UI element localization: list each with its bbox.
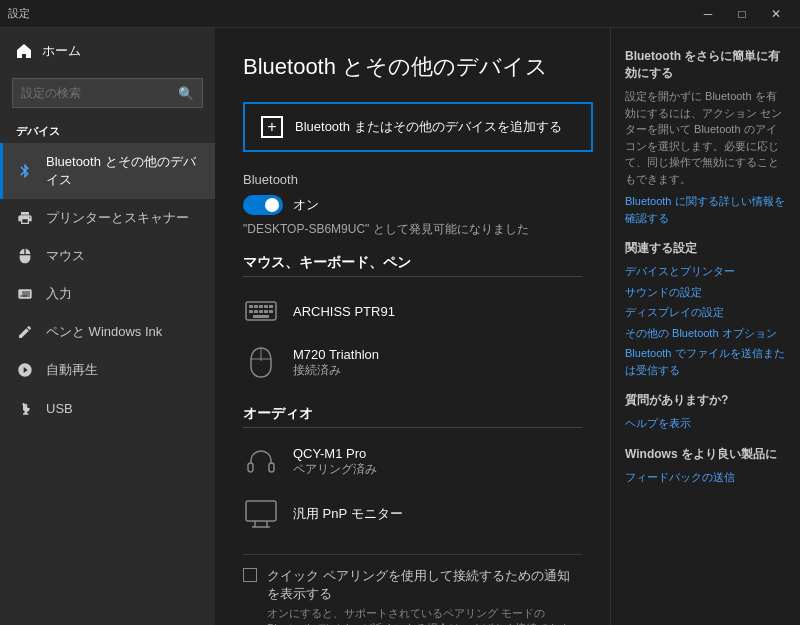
usb-icon bbox=[16, 399, 34, 417]
mouse-icon bbox=[16, 247, 34, 265]
sidebar-home-item[interactable]: ホーム bbox=[0, 28, 215, 74]
mouse-item-label: マウス bbox=[46, 247, 85, 265]
rp-link-feedback[interactable]: フィードバックの送信 bbox=[625, 469, 786, 486]
svg-rect-3 bbox=[259, 305, 263, 308]
rp-link-display[interactable]: ディスプレイの設定 bbox=[625, 304, 786, 321]
bluetooth-item-label: Bluetooth とその他のデバイス bbox=[46, 153, 199, 189]
svg-rect-11 bbox=[253, 315, 269, 318]
rp-link-bluetooth-info[interactable]: Bluetooth に関する詳しい情報を確認する bbox=[625, 193, 786, 226]
m720-info: M720 Triathlon 接続済み bbox=[293, 347, 379, 379]
pen-item-label: ペンと Windows Ink bbox=[46, 323, 162, 341]
title-bar-text: 設定 bbox=[8, 6, 30, 21]
main-content: Bluetooth とその他のデバイス + Bluetooth またはその他のデ… bbox=[215, 28, 610, 625]
rp-text-bluetooth-enable: 設定を開かずに Bluetooth を有効にするには、アクション センターを開い… bbox=[625, 88, 786, 187]
search-icon: 🔍 bbox=[178, 86, 194, 101]
svg-rect-1 bbox=[249, 305, 253, 308]
monitor-device-icon bbox=[243, 496, 279, 532]
m720-name: M720 Triathlon bbox=[293, 347, 379, 362]
minimize-button[interactable]: ─ bbox=[692, 4, 724, 24]
pen-icon bbox=[16, 323, 34, 341]
bluetooth-toggle-label: オン bbox=[293, 196, 319, 214]
svg-rect-7 bbox=[254, 310, 258, 313]
device-item-m720: M720 Triathlon 接続済み bbox=[243, 337, 582, 389]
quick-pair-checkbox[interactable] bbox=[243, 568, 257, 582]
sidebar-item-usb[interactable]: USB bbox=[0, 389, 215, 427]
sidebar-item-bluetooth[interactable]: Bluetooth とその他のデバイス bbox=[0, 143, 215, 199]
qcy-name: QCY-M1 Pro bbox=[293, 446, 377, 461]
autoplay-item-label: 自動再生 bbox=[46, 361, 98, 379]
archiss-name: ARCHISS PTR91 bbox=[293, 304, 395, 319]
rp-link-help[interactable]: ヘルプを表示 bbox=[625, 415, 786, 432]
checkbox-section-1: クイック ペアリングを使用して接続するための通知を表示する オンにすると、サポー… bbox=[243, 554, 582, 625]
headphone-device-icon bbox=[243, 444, 279, 480]
rp-link-bluetooth-transfer[interactable]: Bluetooth でファイルを送信または受信する bbox=[625, 345, 786, 378]
device-item-archiss: ARCHISS PTR91 bbox=[243, 285, 582, 337]
svg-rect-9 bbox=[264, 310, 268, 313]
archiss-info: ARCHISS PTR91 bbox=[293, 304, 395, 319]
quick-pair-label: クイック ペアリングを使用して接続するための通知を表示する bbox=[267, 567, 582, 603]
keyboard-device-icon bbox=[243, 293, 279, 329]
rp-link-bluetooth-options[interactable]: その他の Bluetooth オプション bbox=[625, 325, 786, 342]
qcy-status: ペアリング済み bbox=[293, 461, 377, 478]
page-title: Bluetooth とその他のデバイス bbox=[243, 52, 582, 82]
printer-icon bbox=[16, 209, 34, 227]
quick-pair-desc: オンにすると、サポートされているペアリング モードの Bluetooth デバイ… bbox=[267, 606, 582, 625]
svg-rect-2 bbox=[254, 305, 258, 308]
rp-title-related: 関連する設定 bbox=[625, 240, 786, 257]
home-icon bbox=[16, 43, 32, 59]
usb-item-label: USB bbox=[46, 401, 73, 416]
sidebar-item-input[interactable]: 入力 bbox=[0, 275, 215, 313]
m720-status: 接続済み bbox=[293, 362, 379, 379]
mouse-keyboard-section-title: マウス、キーボード、ペン bbox=[243, 254, 582, 277]
device-item-monitor: 汎用 PnP モニター bbox=[243, 488, 582, 540]
mouse-device-icon bbox=[243, 345, 279, 381]
sidebar: ホーム 🔍 デバイス Bluetooth とその他のデバイス プリンターとスキャ… bbox=[0, 28, 215, 625]
bluetooth-toggle-row: オン bbox=[243, 195, 582, 215]
svg-rect-6 bbox=[249, 310, 253, 313]
devices-section-label: デバイス bbox=[0, 116, 215, 143]
bluetooth-discovered-text: "DESKTOP-SB6M9UC" として発見可能になりました bbox=[243, 221, 582, 238]
sidebar-item-mouse[interactable]: マウス bbox=[0, 237, 215, 275]
keyboard-icon bbox=[16, 285, 34, 303]
sidebar-item-pen[interactable]: ペンと Windows Ink bbox=[0, 313, 215, 351]
svg-rect-5 bbox=[269, 305, 273, 308]
rp-link-sound[interactable]: サウンドの設定 bbox=[625, 284, 786, 301]
device-item-qcy: QCY-M1 Pro ペアリング済み bbox=[243, 436, 582, 488]
app-container: ホーム 🔍 デバイス Bluetooth とその他のデバイス プリンターとスキャ… bbox=[0, 28, 800, 625]
svg-rect-8 bbox=[259, 310, 263, 313]
monitor-name: 汎用 PnP モニター bbox=[293, 505, 403, 523]
qcy-info: QCY-M1 Pro ペアリング済み bbox=[293, 446, 377, 478]
title-bar-controls: ─ □ ✕ bbox=[692, 4, 792, 24]
bluetooth-section-title: Bluetooth bbox=[243, 172, 582, 187]
rp-link-devices-printers[interactable]: デバイスとプリンター bbox=[625, 263, 786, 280]
svg-rect-15 bbox=[269, 463, 274, 472]
autoplay-icon bbox=[16, 361, 34, 379]
title-bar: 設定 ─ □ ✕ bbox=[0, 0, 800, 28]
maximize-button[interactable]: □ bbox=[726, 4, 758, 24]
bluetooth-toggle[interactable] bbox=[243, 195, 283, 215]
quick-pair-checkbox-row[interactable]: クイック ペアリングを使用して接続するための通知を表示する オンにすると、サポー… bbox=[243, 567, 582, 625]
sidebar-item-printers[interactable]: プリンターとスキャナー bbox=[0, 199, 215, 237]
add-device-label: Bluetooth またはその他のデバイスを追加する bbox=[295, 118, 562, 136]
svg-rect-4 bbox=[264, 305, 268, 308]
svg-rect-14 bbox=[248, 463, 253, 472]
quick-pair-content: クイック ペアリングを使用して接続するための通知を表示する オンにすると、サポー… bbox=[267, 567, 582, 625]
printers-item-label: プリンターとスキャナー bbox=[46, 209, 189, 227]
rp-title-feedback: Windows をより良い製品に bbox=[625, 446, 786, 463]
bluetooth-icon bbox=[16, 162, 34, 180]
sidebar-item-autoplay[interactable]: 自動再生 bbox=[0, 351, 215, 389]
audio-section-title: オーディオ bbox=[243, 405, 582, 428]
monitor-info: 汎用 PnP モニター bbox=[293, 505, 403, 523]
search-box[interactable]: 🔍 bbox=[12, 78, 203, 108]
svg-rect-10 bbox=[269, 310, 273, 313]
home-label: ホーム bbox=[42, 42, 81, 60]
close-button[interactable]: ✕ bbox=[760, 4, 792, 24]
rp-title-bluetooth-enable: Bluetooth をさらに簡単に有効にする bbox=[625, 48, 786, 82]
svg-rect-16 bbox=[246, 501, 276, 521]
right-panel: Bluetooth をさらに簡単に有効にする 設定を開かずに Bluetooth… bbox=[610, 28, 800, 625]
add-device-button[interactable]: + Bluetooth またはその他のデバイスを追加する bbox=[243, 102, 593, 152]
rp-title-questions: 質問がありますか? bbox=[625, 392, 786, 409]
input-item-label: 入力 bbox=[46, 285, 72, 303]
plus-icon: + bbox=[261, 116, 283, 138]
search-input[interactable] bbox=[21, 86, 178, 100]
